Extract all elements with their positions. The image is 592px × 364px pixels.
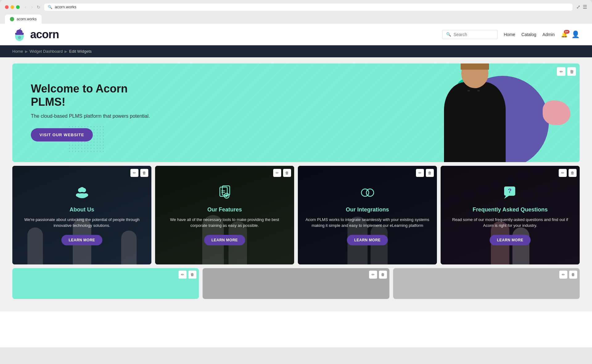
back-button[interactable]: ‹ [23, 4, 27, 10]
reload-button[interactable]: ↻ [37, 4, 40, 10]
header-icons: 🔔 0+ 👤 [561, 31, 580, 39]
integrations-icon [360, 185, 376, 203]
about-us-cta[interactable]: LEARN MORE [61, 235, 103, 245]
bottom-card-3-controls: ✏ 🗑 [559, 271, 577, 279]
hero-title: Welcome to Acorn PLMS! [31, 82, 163, 108]
main-content: ✏ 🗑 Welcome to Acorn PLMS! The cloud-bas… [0, 57, 592, 311]
hero-subtitle: The cloud-based PLMS platform that power… [31, 113, 163, 119]
fullscreen-button[interactable]: ⤢ [576, 4, 580, 10]
app-container: acorn 🔍 Home Catalog Admin 🔔 0+ 👤 Home [0, 24, 592, 347]
hero-content: Welcome to Acorn PLMS! The cloud-based P… [12, 63, 182, 160]
integrations-desc: Acorn PLMS works to integrate seamlessly… [304, 217, 431, 229]
hero-edit-button[interactable]: ✏ [557, 67, 565, 76]
integrations-edit-button[interactable]: ✏ [416, 169, 424, 177]
features-card: ✏ 🗑 Our [155, 166, 294, 264]
about-us-delete-button[interactable]: 🗑 [140, 169, 148, 177]
about-us-edit-button[interactable]: ✏ [130, 169, 138, 177]
about-us-desc: We're passionate about unlocking the pot… [18, 217, 145, 229]
nav-admin[interactable]: Admin [542, 32, 555, 37]
svg-point-2 [16, 30, 23, 34]
hero-delete-button[interactable]: 🗑 [567, 67, 576, 76]
integrations-card: ✏ 🗑 Our Integrations Acorn PLMS works to… [298, 166, 437, 264]
bottom-card-3-delete[interactable]: 🗑 [569, 271, 577, 279]
integrations-title: Our Integrations [346, 207, 389, 213]
faq-cta[interactable]: LEARN MORE [490, 235, 531, 245]
forward-button[interactable]: › [30, 4, 34, 10]
hero-widget-controls: ✏ 🗑 [557, 67, 576, 76]
bottom-card-1: ✏ 🗑 [12, 268, 199, 299]
tab-favicon [10, 17, 14, 21]
breadcrumb-sep-1: ▶ [25, 49, 28, 54]
bottom-card-2-edit[interactable]: ✏ [369, 271, 377, 279]
logo-area: acorn [12, 27, 59, 42]
about-us-content: About Us We're passionate about unlockin… [12, 166, 151, 264]
integrations-cta[interactable]: LEARN MORE [347, 235, 388, 245]
svg-text:?: ? [508, 187, 511, 194]
about-us-card: ✏ 🗑 About Us [12, 166, 151, 264]
faq-title: Frequently Asked Questions [473, 207, 548, 213]
integrations-controls: ✏ 🗑 [416, 169, 434, 177]
svg-point-9 [76, 193, 81, 197]
app-header: acorn 🔍 Home Catalog Admin 🔔 0+ 👤 [0, 24, 592, 45]
notification-button[interactable]: 🔔 0+ [561, 31, 568, 38]
notification-badge: 0+ [564, 30, 569, 34]
svg-point-10 [83, 193, 88, 197]
maximize-dot[interactable] [16, 5, 20, 9]
nav-catalog[interactable]: Catalog [521, 32, 536, 37]
breadcrumb-home[interactable]: Home [12, 49, 23, 54]
menu-button[interactable]: ☰ [583, 4, 587, 10]
faq-content: ? Frequently Asked Questions Read some o… [441, 166, 580, 264]
svg-point-4 [18, 36, 21, 39]
close-dot[interactable] [5, 5, 9, 9]
search-input[interactable] [454, 32, 494, 37]
bottom-card-1-controls: ✏ 🗑 [179, 271, 196, 279]
features-desc: We have all of the necessary tools to ma… [161, 217, 288, 229]
logo-text: acorn [30, 28, 59, 41]
bottom-card-3: ✏ 🗑 [393, 268, 580, 299]
person-body [444, 82, 506, 162]
faq-controls: ✏ 🗑 [559, 169, 577, 177]
tab-title: acorn.works [17, 17, 37, 21]
hero-cta-button[interactable]: VISIT OUR WEBSITE [31, 128, 93, 141]
svg-point-7 [80, 187, 84, 192]
hero-widget: ✏ 🗑 Welcome to Acorn PLMS! The cloud-bas… [12, 63, 580, 162]
person-glasses-right [477, 90, 480, 91]
bottom-card-2-delete[interactable]: 🗑 [379, 271, 387, 279]
svg-line-3 [19, 29, 21, 30]
features-icon [217, 185, 232, 203]
person-glasses-left [467, 90, 470, 91]
nav-home[interactable]: Home [504, 32, 515, 37]
hero-person-image [438, 68, 512, 162]
user-avatar-button[interactable]: 👤 [571, 31, 580, 39]
search-bar[interactable]: 🔍 [442, 30, 498, 39]
about-us-icon [75, 185, 89, 203]
features-title: Our Features [207, 207, 242, 213]
person-hair [461, 63, 489, 70]
browser-tab[interactable]: acorn.works [5, 14, 42, 24]
search-icon: 🔍 [48, 5, 52, 9]
svg-marker-21 [504, 196, 509, 199]
bottom-card-1-delete[interactable]: 🗑 [188, 271, 196, 279]
features-cta[interactable]: LEARN MORE [204, 235, 245, 245]
breadcrumb-bar: Home ▶ Widget Dashboard ▶ Edit Widgets [0, 45, 592, 57]
breadcrumb-edit-widgets: Edit Widgets [69, 49, 92, 54]
features-edit-button[interactable]: ✏ [273, 169, 281, 177]
faq-delete-button[interactable]: 🗑 [569, 169, 577, 177]
card-grid: ✏ 🗑 About Us [12, 166, 580, 264]
faq-edit-button[interactable]: ✏ [559, 169, 567, 177]
breadcrumb-widget-dashboard[interactable]: Widget Dashboard [30, 49, 63, 54]
bottom-card-3-edit[interactable]: ✏ [559, 271, 567, 279]
faq-desc: Read some of our most frequently-asked q… [447, 217, 574, 229]
integrations-content: Our Integrations Acorn PLMS works to int… [298, 166, 437, 264]
address-bar[interactable]: 🔍 acorn.works [44, 3, 573, 11]
main-nav: Home Catalog Admin [504, 32, 555, 37]
about-us-controls: ✏ 🗑 [130, 169, 148, 177]
svg-point-19 [366, 189, 374, 196]
hero-deco-blob-pink [543, 100, 570, 125]
bottom-card-1-edit[interactable]: ✏ [179, 271, 187, 279]
features-delete-button[interactable]: 🗑 [283, 169, 291, 177]
browser-window: ‹ › ↻ 🔍 acorn.works ⤢ ☰ acorn.works [0, 0, 592, 24]
integrations-delete-button[interactable]: 🗑 [426, 169, 434, 177]
bottom-row: ✏ 🗑 ✏ 🗑 ✏ 🗑 [12, 268, 580, 299]
minimize-dot[interactable] [10, 5, 14, 9]
